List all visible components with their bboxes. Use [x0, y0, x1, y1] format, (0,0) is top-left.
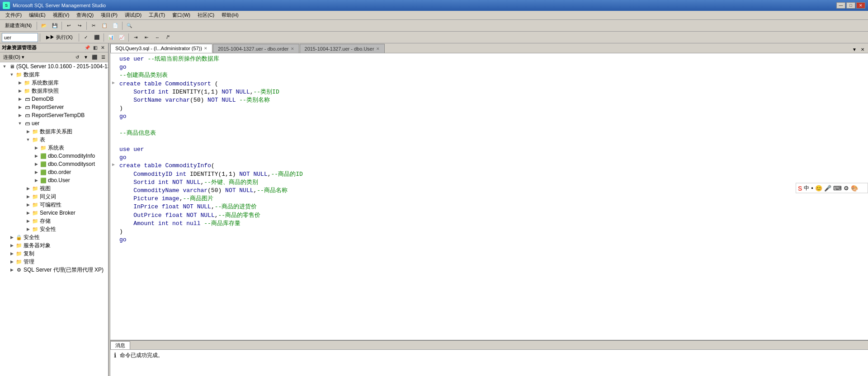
menu-debug[interactable]: 调试(D) [121, 11, 145, 19]
tree-user-node[interactable]: ▶ 🟩 dbo.User [0, 176, 108, 184]
oe-stop-button[interactable]: ⬛ [90, 53, 99, 61]
minimize-button[interactable]: — [836, 2, 845, 9]
results-tab-messages[interactable]: 消息 [110, 341, 130, 349]
menu-tools[interactable]: 工具(T) [145, 11, 169, 19]
tree-databases-node[interactable]: ▼ 📁 数据库 [0, 70, 108, 79]
tab-list-button[interactable]: ▼ [851, 46, 858, 53]
tree-sqlagent-node[interactable]: ▶ ⚙ SQL Server 代理(已禁用代理 XP) [0, 266, 108, 274]
undo-button[interactable]: ↩ [64, 21, 74, 31]
expand-sqlagent[interactable]: ▶ [8, 266, 15, 273]
expand-systemtables[interactable]: ▶ [33, 144, 40, 151]
menu-community[interactable]: 社区(C) [194, 11, 218, 19]
expand-management[interactable]: ▶ [8, 258, 15, 265]
tree-snapshots-node[interactable]: ▶ 📁 数据库快照 [0, 87, 108, 95]
tree-reportserver-node[interactable]: ▶ 🗃 ReportServer [0, 103, 108, 111]
tree-dbdiagram-node[interactable]: ▶ 📁 数据库关系图 [0, 127, 108, 136]
uncomment-button[interactable]: /* [163, 33, 173, 42]
expand-commodityinfo[interactable]: ▶ [33, 152, 40, 160]
tree-server-node[interactable]: ▼ 🖥 (SQL Server 10.0.1600 - 2015-1004-13… [0, 62, 108, 70]
oe-pin-button[interactable]: 📌 [84, 44, 91, 52]
tree-order-node[interactable]: ▶ 🟩 dbo.order [0, 168, 108, 176]
find-button[interactable]: 🔍 [124, 21, 134, 31]
tree-programmability-node[interactable]: ▶ 📁 可编程性 [0, 201, 108, 209]
tree-views-node[interactable]: ▶ 📁 视图 [0, 184, 108, 193]
oe-summary-button[interactable]: ☰ [99, 53, 107, 61]
menu-query[interactable]: 查询(Q) [73, 11, 97, 19]
expand-commoditysort[interactable]: ▶ [33, 160, 40, 168]
tree-replication-node[interactable]: ▶ 📁 复制 [0, 249, 108, 258]
tree-uer-node[interactable]: ▼ 🗃 uer [0, 119, 108, 127]
menu-file[interactable]: 文件(F) [2, 11, 25, 19]
oe-filter-button[interactable]: ▼ [82, 53, 90, 61]
tab-order[interactable]: 2015-1004-1327.uer - dbo.order ✕ [213, 44, 299, 53]
sougou-skin[interactable]: 🎨 [851, 185, 858, 192]
outdent-button[interactable]: ⇤ [142, 33, 151, 42]
tab-order-close[interactable]: ✕ [291, 47, 294, 51]
oe-close-button[interactable]: ✕ [99, 44, 106, 52]
tab-user-close[interactable]: ✕ [376, 47, 380, 51]
tree-serverobjects-node[interactable]: ▶ 📁 服务器对象 [0, 241, 108, 249]
expand-replication[interactable]: ▶ [8, 250, 15, 257]
menu-window[interactable]: 窗口(W) [169, 11, 194, 19]
tab-close-all-button[interactable]: ✕ [859, 46, 866, 53]
show-plan-button[interactable]: 📈 [117, 33, 127, 42]
menu-edit[interactable]: 编辑(E) [25, 11, 49, 19]
indent-button[interactable]: ⇥ [131, 33, 141, 42]
oe-dock-button[interactable]: ◧ [91, 44, 99, 52]
menu-project[interactable]: 项目(P) [97, 11, 121, 19]
expand-uer[interactable]: ▼ [16, 120, 24, 127]
expand-servicebroker[interactable]: ▶ [24, 209, 32, 216]
expand-security-uer[interactable]: ▶ [24, 226, 32, 233]
paste-button[interactable]: 📄 [110, 21, 120, 31]
tree-reportservertempdb-node[interactable]: ▶ 🗃 ReportServerTempDB [0, 111, 108, 119]
close-button[interactable]: ✕ [856, 2, 865, 9]
expand-synonyms[interactable]: ▶ [24, 193, 32, 200]
redo-button[interactable]: ↪ [75, 21, 85, 31]
expand-snapshots[interactable]: ▶ [16, 87, 24, 94]
expand-reportservertempdb[interactable]: ▶ [16, 112, 24, 119]
comment-button[interactable]: -- [152, 33, 162, 42]
parse-button[interactable]: ✓ [81, 33, 91, 42]
tree-systemtables-node[interactable]: ▶ 📁 系统表 [0, 144, 108, 152]
expand-databases[interactable]: ▼ [8, 71, 15, 78]
code-editor[interactable]: use uer --纸箱当前所操作的数据库 go --创建商品类别表 ▶ cre… [110, 53, 868, 340]
execute-button[interactable]: ▶ ▶ 执行(X) [42, 33, 77, 42]
expand-user[interactable]: ▶ [33, 177, 40, 184]
expand-views[interactable]: ▶ [24, 185, 32, 192]
copy-button[interactable]: 📋 [99, 21, 109, 31]
save-button[interactable]: 💾 [50, 21, 60, 31]
tree-servicebroker-node[interactable]: ▶ 📁 Service Broker [0, 209, 108, 217]
stop-button[interactable]: ⬛ [92, 33, 102, 42]
expand-serverobjects[interactable]: ▶ [8, 242, 15, 249]
oe-connect-button[interactable]: 连接(O) ▾ [1, 53, 27, 61]
tree-security-uer-node[interactable]: ▶ 📁 安全性 [0, 225, 108, 233]
tree-systemdb-node[interactable]: ▶ 📁 系统数据库 [0, 79, 108, 87]
expand-storage[interactable]: ▶ [24, 217, 32, 225]
expand-security[interactable]: ▶ [8, 234, 15, 241]
open-button[interactable]: 📂 [39, 21, 49, 31]
expand-tables[interactable]: ▼ [24, 136, 32, 143]
tree-commoditysort-node[interactable]: ▶ 🟩 dbo.Commoditysort [0, 160, 108, 168]
tree-security-node[interactable]: ▶ 🔒 安全性 [0, 233, 108, 241]
tree-tables-node[interactable]: ▼ 📁 表 [0, 136, 108, 144]
tree-demodb-node[interactable]: ▶ 🗃 DemoDB [0, 95, 108, 103]
expand-demodb[interactable]: ▶ [16, 95, 24, 103]
tree-storage-node[interactable]: ▶ 📁 存储 [0, 217, 108, 225]
expand-dbdiagram[interactable]: ▶ [24, 128, 32, 135]
cut-button[interactable]: ✂ [89, 21, 99, 31]
tab-user[interactable]: 2015-1004-1327.uer - dbo.User ✕ [300, 44, 385, 53]
oe-refresh-button[interactable]: ↺ [73, 53, 81, 61]
show-results-button[interactable]: 📊 [106, 33, 116, 42]
expand-order[interactable]: ▶ [33, 169, 40, 176]
tree-synonyms-node[interactable]: ▶ 📁 同义词 [0, 193, 108, 201]
sougou-settings[interactable]: ⚙ [844, 185, 849, 192]
new-query-button[interactable]: 新建查询(N) [2, 21, 35, 31]
restore-button[interactable]: □ [846, 2, 855, 9]
tree-management-node[interactable]: ▶ 📁 管理 [0, 258, 108, 266]
expand-programmability[interactable]: ▶ [24, 201, 32, 208]
tree-commodityinfo-node[interactable]: ▶ 🟩 dbo.CommodityInfo [0, 152, 108, 160]
expand-server[interactable]: ▼ [1, 63, 8, 70]
menu-view[interactable]: 视图(V) [49, 11, 73, 19]
expand-systemdb[interactable]: ▶ [16, 79, 24, 86]
database-selector[interactable] [2, 33, 38, 42]
